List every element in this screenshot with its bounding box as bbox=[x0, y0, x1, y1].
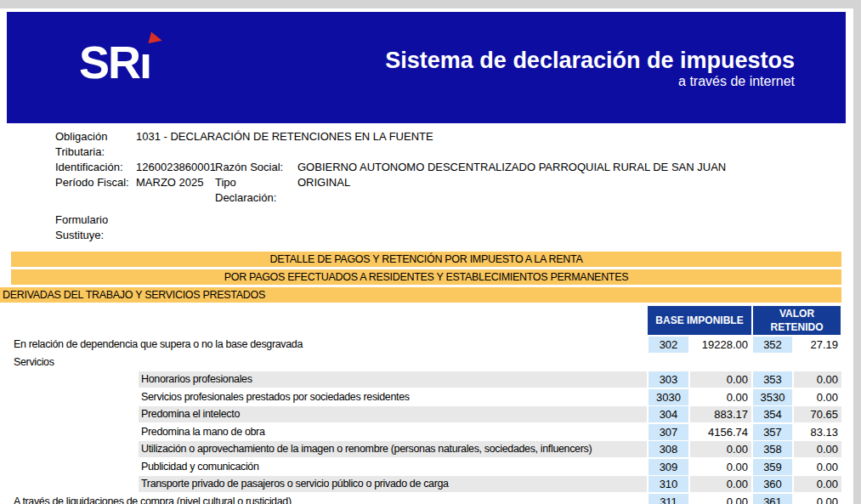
table-row: Transporte privado de pasajeros o servic… bbox=[0, 476, 841, 492]
tipo-declaracion-value: ORIGINAL bbox=[297, 175, 846, 190]
meta-row-identificacion: Identificación: 1260023860001 Razón Soci… bbox=[55, 160, 846, 175]
row-valor-value: 0.00 bbox=[794, 371, 841, 388]
identificacion-value: 1260023860001 bbox=[136, 160, 215, 175]
row-base-value: 0.00 bbox=[690, 441, 751, 457]
row-valor-value: 70.65 bbox=[794, 406, 841, 422]
table-row: A través de liquidaciones de compra (niv… bbox=[0, 494, 841, 504]
row-code-base: 308 bbox=[649, 441, 688, 457]
table-row: Utilización o aprovechamiento de la imag… bbox=[0, 441, 841, 457]
obligacion-label: Obligación Tributaria: bbox=[55, 129, 136, 160]
row-label: Predomina el intelecto bbox=[139, 406, 647, 422]
row-code-retenido: 361 bbox=[753, 494, 792, 504]
tipo-declaracion-label: Tipo Declaración: bbox=[215, 175, 297, 206]
row-valor-value: 0.00 bbox=[794, 389, 841, 405]
row-base-value: 0.00 bbox=[690, 476, 751, 492]
row-label: Servicios profesionales prestados por so… bbox=[139, 389, 647, 405]
table-row: Predomina la mano de obra 307 4156.74 35… bbox=[0, 424, 841, 440]
row-label: Transporte privado de pasajeros o servic… bbox=[139, 476, 647, 492]
section-bar-detalle: DETALLE DE PAGOS Y RETENCIÓN POR IMPUEST… bbox=[11, 252, 841, 267]
section-bar-pagos-residentes: POR PAGOS EFECTUADOS A RESIDENTES Y ESTA… bbox=[11, 269, 841, 285]
row-valor-value: 0.00 bbox=[794, 459, 841, 475]
row-code-base: 303 bbox=[649, 371, 688, 388]
row-valor-value: 0.00 bbox=[794, 494, 841, 504]
header-banner: SRı Sistema de declaración de impuestos … bbox=[7, 12, 846, 123]
identificacion-label: Identificación: bbox=[55, 160, 136, 175]
table-row: Honorarios profesionales 303 0.00 353 0.… bbox=[0, 371, 841, 388]
row-label: A través de liquidaciones de compra (niv… bbox=[11, 494, 647, 504]
row-code-base: 309 bbox=[649, 459, 688, 475]
row-label: Predomina la mano de obra bbox=[139, 424, 647, 440]
declaration-meta: Obligación Tributaria: 1031 - DECLARACIÓ… bbox=[55, 129, 846, 243]
row-code-retenido: 353 bbox=[753, 371, 792, 388]
row-code-base: 3030 bbox=[649, 389, 688, 405]
app-title-block: Sistema de declaración de impuestos a tr… bbox=[385, 48, 795, 89]
row-base-value: 883.17 bbox=[690, 406, 751, 422]
table-row: Servicios profesionales prestados por so… bbox=[0, 389, 841, 405]
razon-social-value: GOBIERNO AUTONOMO DESCENTRALIZADO PARROQ… bbox=[297, 160, 846, 175]
row-code-retenido: 3530 bbox=[753, 389, 792, 405]
meta-row-formulario: Formulario Sustituye: bbox=[55, 212, 846, 243]
row-base-value: 0.00 bbox=[690, 371, 751, 388]
row-valor-value: 0.00 bbox=[794, 476, 841, 492]
row-code-base: 302 bbox=[649, 337, 688, 353]
periodo-value: MARZO 2025 bbox=[136, 175, 215, 190]
row-code-retenido: 358 bbox=[753, 441, 792, 457]
row-base-value: 0.00 bbox=[690, 389, 751, 405]
row-code-base: 310 bbox=[649, 476, 688, 492]
row-code-retenido: 357 bbox=[753, 424, 792, 440]
row-valor-value: 83.13 bbox=[794, 424, 841, 440]
sri-logo-i: ı bbox=[139, 39, 150, 85]
row-base-value: 19228.00 bbox=[690, 337, 751, 353]
section-bar-derivadas-trabajo: DERIVADAS DEL TRABAJO Y SERVICIOS PRESTA… bbox=[0, 287, 841, 303]
sri-logo: SRı bbox=[79, 39, 150, 85]
row-code-retenido: 360 bbox=[753, 476, 792, 492]
row-code-retenido: 352 bbox=[753, 337, 792, 353]
column-header-base-imponible: BASE IMPONIBLE bbox=[648, 306, 751, 335]
obligacion-value: 1031 - DECLARACIÓN DE RETENCIONES EN LA … bbox=[136, 129, 846, 144]
row-code-base: 307 bbox=[649, 424, 688, 440]
window-frame-right bbox=[853, 0, 861, 504]
row-label: Honorarios profesionales bbox=[139, 371, 647, 388]
row-base-value: 0.00 bbox=[690, 494, 751, 504]
sri-logo-flag-icon bbox=[149, 31, 164, 46]
app-title: Sistema de declaración de impuestos bbox=[385, 48, 795, 73]
sri-logo-text: SR bbox=[79, 37, 139, 88]
row-valor-value: 27.19 bbox=[794, 337, 841, 353]
row-code-base: 304 bbox=[649, 406, 688, 422]
meta-row-periodo: Período Fiscal: MARZO 2025 Tipo Declarac… bbox=[55, 175, 846, 206]
meta-row-obligacion: Obligación Tributaria: 1031 - DECLARACIÓ… bbox=[55, 129, 846, 160]
row-code-retenido: 359 bbox=[753, 459, 792, 475]
razon-social-label: Razón Social: bbox=[215, 160, 297, 175]
row-base-value: 0.00 bbox=[690, 459, 751, 475]
page: SRı Sistema de declaración de impuestos … bbox=[0, 0, 861, 504]
table-row: Publicidad y comunicación 309 0.00 359 0… bbox=[0, 459, 841, 475]
window-frame-top bbox=[0, 0, 861, 8]
table-row: En relación de dependencia que supera o … bbox=[0, 337, 841, 353]
row-label: En relación de dependencia que supera o … bbox=[11, 337, 647, 353]
table-row: Predomina el intelecto 304 883.17 354 70… bbox=[0, 406, 841, 422]
row-base-value: 4156.74 bbox=[690, 424, 751, 440]
column-header-valor-retenido: VALOR RETENIDO bbox=[753, 306, 841, 335]
app-subtitle: a través de internet bbox=[385, 73, 795, 89]
row-code-base: 311 bbox=[649, 494, 688, 504]
row-label: Servicios bbox=[11, 354, 647, 371]
table-rows: En relación de dependencia que supera o … bbox=[0, 337, 841, 504]
row-code-retenido: 354 bbox=[753, 406, 792, 422]
periodo-label: Período Fiscal: bbox=[55, 175, 136, 190]
formulario-sustituye-label: Formulario Sustituye: bbox=[55, 212, 136, 243]
row-label: Utilización o aprovechamiento de la imag… bbox=[139, 441, 647, 457]
table-row: Servicios bbox=[0, 354, 841, 371]
row-label: Publicidad y comunicación bbox=[139, 459, 647, 475]
row-valor-value: 0.00 bbox=[794, 441, 841, 457]
